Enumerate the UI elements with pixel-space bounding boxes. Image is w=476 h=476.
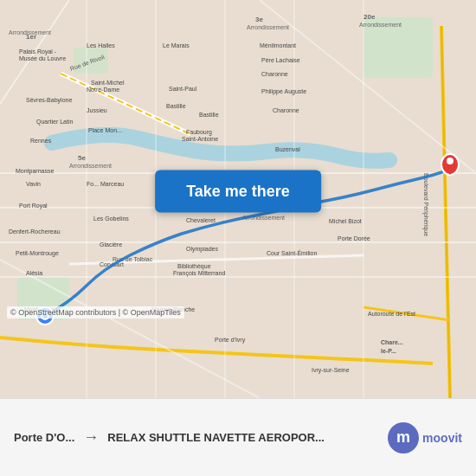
svg-text:Vavin: Vavin [26,181,41,187]
svg-text:Cour Saint-Émilion: Cour Saint-Émilion [267,249,317,256]
svg-text:Fo... Marceau: Fo... Marceau [87,181,124,187]
svg-text:Montparnasse: Montparnasse [16,168,54,175]
svg-text:Arrondissement: Arrondissement [247,24,289,30]
svg-text:Quartier Latin: Quartier Latin [36,119,74,125]
svg-text:Chare...: Chare... [381,339,403,345]
svg-text:Glacière: Glacière [100,241,122,248]
svg-text:Buzenval: Buzenval [275,146,300,152]
svg-text:Arrondissement: Arrondissement [69,163,112,169]
svg-text:Le Marais: Le Marais [163,42,190,48]
svg-text:Jussieu: Jussieu [87,107,107,113]
svg-text:Arrondissement: Arrondissement [9,29,51,35]
svg-text:le-P...: le-P... [381,348,396,354]
svg-text:Charonne: Charonne [273,107,299,113]
svg-text:Porte Dorée: Porte Dorée [338,235,370,241]
svg-text:Place Mon...: Place Mon... [88,127,122,133]
svg-text:Bibliothèque: Bibliothèque [177,263,211,270]
svg-text:Petit-Montrouge: Petit-Montrouge [16,250,59,257]
svg-text:Michel Bizot: Michel Bizot [329,218,362,224]
map-copyright: © OpenStreetMap contributors | © OpenMap… [7,306,184,318]
svg-text:3e: 3e [255,16,263,23]
svg-text:Porte d'Ivry: Porte d'Ivry [215,337,246,344]
svg-text:Sèvres-Babylone: Sèvres-Babylone [26,97,72,104]
svg-text:Rennes: Rennes [30,138,52,144]
svg-text:Ménilmontant: Ménilmontant [260,42,296,48]
svg-text:Bastille: Bastille [166,103,186,109]
svg-text:Boulevard Périphérique: Boulevard Périphérique [422,173,429,236]
footer: Porte D'O... → RELAX SHUTTLE NAVETTE AER… [0,398,476,476]
svg-text:Palais Royal -: Palais Royal - [19,48,57,55]
footer-destination: RELAX SHUTTLE NAVETTE AEROPOR... [107,431,325,444]
svg-text:20e: 20e [363,13,376,21]
footer-arrow-icon: → [83,428,99,447]
svg-text:Père Lachaise: Père Lachaise [261,57,300,63]
svg-text:Notre-Dame: Notre-Dame [87,87,119,93]
svg-text:Autoroute de l'Est: Autoroute de l'Est [368,311,415,317]
svg-text:Ivry-sur-Seine: Ivry-sur-Seine [312,367,350,374]
moovit-icon: m [388,422,419,453]
svg-text:Les Gobelins: Les Gobelins [93,215,129,222]
svg-text:Alésia: Alésia [26,270,42,276]
svg-text:Bastille: Bastille [199,112,219,118]
map-container: Rue de Rivoli Rue de Tolbiac Boulevard P… [0,0,476,398]
svg-text:Arrondissement: Arrondissement [359,22,402,28]
svg-text:Faubourg: Faubourg [186,129,212,136]
moovit-logo: m moovit [388,422,462,453]
svg-text:Saint-Paul: Saint-Paul [169,86,197,92]
moovit-brand-name: moovit [422,431,462,445]
svg-text:Port Royal: Port Royal [19,203,48,209]
take-me-there-button[interactable]: Take me there [155,170,321,212]
svg-text:Musée du Louvre: Musée du Louvre [19,55,66,61]
svg-text:Olympiades: Olympiades [186,246,218,253]
svg-text:Chevaleret: Chevaleret [186,217,215,223]
footer-origin: Porte D'O... [14,431,74,444]
svg-text:Charonne: Charonne [261,71,288,77]
svg-text:Denfert-Rochereau: Denfert-Rochereau [9,228,61,235]
svg-text:François Mitterrand: François Mitterrand [173,270,225,277]
svg-text:Les Halles: Les Halles [87,42,115,48]
svg-point-72 [447,158,453,164]
svg-text:5e: 5e [78,154,86,162]
svg-text:Philippe Auguste: Philippe Auguste [261,88,306,95]
svg-text:Saint-Michel: Saint-Michel [91,80,125,86]
svg-text:Saint-Antoine: Saint-Antoine [182,136,218,142]
